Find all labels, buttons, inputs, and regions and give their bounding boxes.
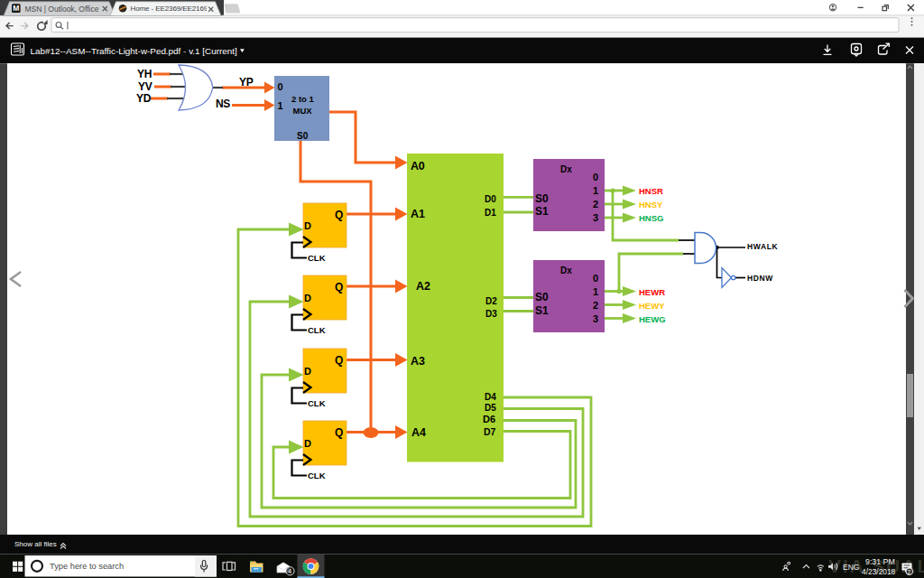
svg-text:D4: D4	[485, 392, 496, 402]
svg-text:D7: D7	[484, 426, 496, 437]
svg-text:2: 2	[593, 199, 598, 210]
svg-text:CLK: CLK	[308, 471, 326, 480]
svg-text:A2: A2	[416, 280, 430, 293]
svg-text:D2: D2	[485, 296, 497, 306]
svg-text:S1: S1	[535, 304, 549, 317]
svg-text:1: 1	[278, 100, 283, 111]
svg-text:9:31 PM: 9:31 PM	[865, 557, 895, 566]
svg-text:4/23/2018: 4/23/2018	[862, 567, 896, 576]
svg-text:YD: YD	[136, 92, 152, 105]
svg-text:YH: YH	[137, 68, 152, 80]
svg-text:Type here to search: Type here to search	[50, 562, 124, 571]
svg-text:ENG: ENG	[843, 563, 859, 572]
svg-text:HEWR: HEWR	[639, 287, 665, 297]
svg-text:D: D	[304, 293, 311, 303]
svg-text:Q: Q	[335, 209, 343, 221]
svg-text:D1: D1	[485, 208, 496, 218]
svg-text:A4: A4	[411, 426, 426, 439]
svg-text:A0: A0	[411, 160, 425, 172]
svg-text:D0: D0	[485, 194, 496, 204]
svg-text:S0: S0	[535, 192, 549, 205]
svg-text:CLK: CLK	[308, 253, 326, 263]
svg-text:D: D	[304, 366, 311, 377]
svg-text:A1: A1	[411, 208, 425, 220]
svg-text:1: 1	[593, 286, 598, 297]
svg-text:D6: D6	[483, 414, 495, 424]
svg-text:3: 3	[593, 212, 598, 223]
svg-text:S0: S0	[297, 131, 309, 141]
svg-text:YV: YV	[138, 80, 152, 93]
svg-text:2: 2	[908, 569, 911, 575]
svg-text:S0: S0	[535, 291, 549, 303]
svg-text:CLK: CLK	[308, 398, 326, 408]
svg-text:Q: Q	[335, 354, 343, 367]
svg-text:D3: D3	[485, 309, 497, 319]
svg-text:HDNW: HDNW	[747, 274, 773, 283]
svg-text:MSN | Outlook, Office, S: MSN | Outlook, Office, S	[25, 5, 109, 14]
svg-text:NS: NS	[216, 98, 230, 110]
svg-text:D: D	[304, 220, 311, 231]
svg-text:2 to 1: 2 to 1	[291, 94, 315, 104]
svg-text:0: 0	[593, 273, 598, 284]
svg-text:Lab#12--ASM--Traffic-Light-w-P: Lab#12--ASM--Traffic-Light-w-Ped.pdf - v…	[31, 46, 237, 56]
svg-text:0: 0	[278, 81, 283, 92]
svg-text:0: 0	[593, 172, 598, 182]
svg-text:3: 3	[593, 313, 598, 324]
svg-text:D: D	[304, 438, 311, 449]
svg-text:CLK: CLK	[308, 325, 326, 335]
svg-text:Q: Q	[335, 281, 343, 294]
svg-text:Show all files: Show all files	[14, 540, 57, 548]
svg-text:HWALK: HWALK	[747, 242, 778, 251]
svg-text:HNSY: HNSY	[639, 200, 663, 210]
svg-text:YP: YP	[239, 76, 254, 89]
svg-text:HEWY: HEWY	[639, 301, 665, 311]
svg-text:Dx: Dx	[560, 266, 572, 275]
svg-text:Q: Q	[335, 426, 343, 439]
svg-text:HNSR: HNSR	[639, 186, 663, 196]
svg-text:M: M	[13, 4, 19, 13]
svg-text:HNSG: HNSG	[639, 213, 663, 223]
svg-text:HEWG: HEWG	[639, 314, 666, 324]
svg-text:1: 1	[593, 185, 598, 196]
svg-text:Dx: Dx	[560, 164, 572, 174]
svg-text:D5: D5	[485, 403, 496, 413]
svg-text:MUX: MUX	[293, 106, 313, 116]
svg-text:2: 2	[593, 300, 598, 311]
svg-text:4: 4	[288, 568, 291, 574]
svg-text:S1: S1	[535, 205, 549, 218]
svg-text:A3: A3	[411, 355, 425, 368]
